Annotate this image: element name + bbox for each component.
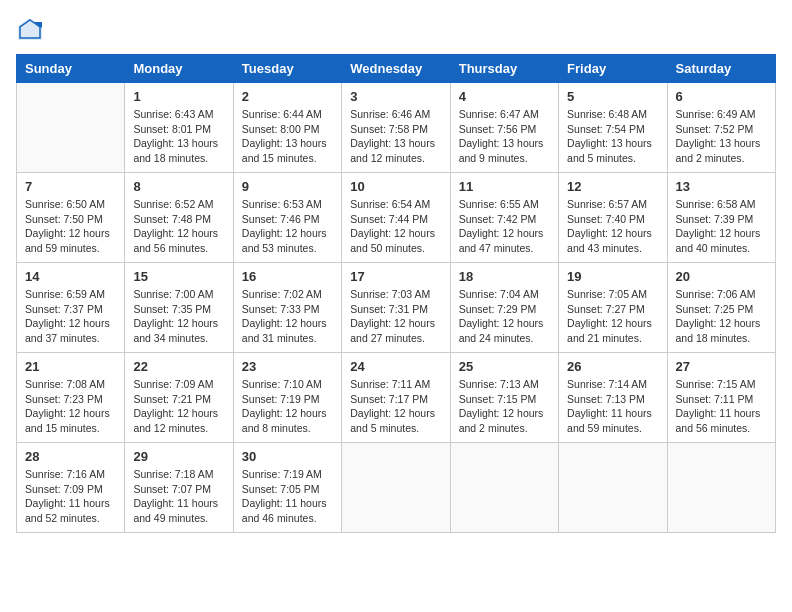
calendar-cell: 5Sunrise: 6:48 AM Sunset: 7:54 PM Daylig… <box>559 83 667 173</box>
day-number: 3 <box>350 89 441 104</box>
day-info: Sunrise: 7:13 AM Sunset: 7:15 PM Dayligh… <box>459 377 550 436</box>
calendar-cell <box>342 443 450 533</box>
calendar-table: SundayMondayTuesdayWednesdayThursdayFrid… <box>16 54 776 533</box>
calendar-cell: 11Sunrise: 6:55 AM Sunset: 7:42 PM Dayli… <box>450 173 558 263</box>
calendar-cell: 22Sunrise: 7:09 AM Sunset: 7:21 PM Dayli… <box>125 353 233 443</box>
day-info: Sunrise: 6:59 AM Sunset: 7:37 PM Dayligh… <box>25 287 116 346</box>
day-info: Sunrise: 7:04 AM Sunset: 7:29 PM Dayligh… <box>459 287 550 346</box>
day-number: 8 <box>133 179 224 194</box>
day-info: Sunrise: 7:00 AM Sunset: 7:35 PM Dayligh… <box>133 287 224 346</box>
calendar-cell: 3Sunrise: 6:46 AM Sunset: 7:58 PM Daylig… <box>342 83 450 173</box>
calendar-cell <box>450 443 558 533</box>
day-header-thursday: Thursday <box>450 55 558 83</box>
calendar-cell: 23Sunrise: 7:10 AM Sunset: 7:19 PM Dayli… <box>233 353 341 443</box>
day-info: Sunrise: 6:50 AM Sunset: 7:50 PM Dayligh… <box>25 197 116 256</box>
calendar-cell: 2Sunrise: 6:44 AM Sunset: 8:00 PM Daylig… <box>233 83 341 173</box>
day-number: 22 <box>133 359 224 374</box>
calendar-cell: 29Sunrise: 7:18 AM Sunset: 7:07 PM Dayli… <box>125 443 233 533</box>
calendar-cell: 18Sunrise: 7:04 AM Sunset: 7:29 PM Dayli… <box>450 263 558 353</box>
calendar-cell <box>559 443 667 533</box>
day-info: Sunrise: 7:06 AM Sunset: 7:25 PM Dayligh… <box>676 287 767 346</box>
day-number: 24 <box>350 359 441 374</box>
calendar-cell: 7Sunrise: 6:50 AM Sunset: 7:50 PM Daylig… <box>17 173 125 263</box>
day-number: 17 <box>350 269 441 284</box>
calendar-cell: 27Sunrise: 7:15 AM Sunset: 7:11 PM Dayli… <box>667 353 775 443</box>
day-info: Sunrise: 6:53 AM Sunset: 7:46 PM Dayligh… <box>242 197 333 256</box>
calendar-cell: 12Sunrise: 6:57 AM Sunset: 7:40 PM Dayli… <box>559 173 667 263</box>
calendar-cell: 28Sunrise: 7:16 AM Sunset: 7:09 PM Dayli… <box>17 443 125 533</box>
logo <box>16 16 48 44</box>
day-number: 16 <box>242 269 333 284</box>
calendar-cell: 17Sunrise: 7:03 AM Sunset: 7:31 PM Dayli… <box>342 263 450 353</box>
day-header-sunday: Sunday <box>17 55 125 83</box>
day-info: Sunrise: 7:11 AM Sunset: 7:17 PM Dayligh… <box>350 377 441 436</box>
calendar-cell: 25Sunrise: 7:13 AM Sunset: 7:15 PM Dayli… <box>450 353 558 443</box>
day-number: 23 <box>242 359 333 374</box>
day-info: Sunrise: 6:47 AM Sunset: 7:56 PM Dayligh… <box>459 107 550 166</box>
day-info: Sunrise: 6:43 AM Sunset: 8:01 PM Dayligh… <box>133 107 224 166</box>
day-number: 21 <box>25 359 116 374</box>
day-info: Sunrise: 7:19 AM Sunset: 7:05 PM Dayligh… <box>242 467 333 526</box>
day-info: Sunrise: 6:46 AM Sunset: 7:58 PM Dayligh… <box>350 107 441 166</box>
day-number: 13 <box>676 179 767 194</box>
calendar-cell: 16Sunrise: 7:02 AM Sunset: 7:33 PM Dayli… <box>233 263 341 353</box>
calendar-cell: 9Sunrise: 6:53 AM Sunset: 7:46 PM Daylig… <box>233 173 341 263</box>
day-number: 12 <box>567 179 658 194</box>
calendar-cell <box>17 83 125 173</box>
day-info: Sunrise: 6:58 AM Sunset: 7:39 PM Dayligh… <box>676 197 767 256</box>
calendar-week-row: 7Sunrise: 6:50 AM Sunset: 7:50 PM Daylig… <box>17 173 776 263</box>
day-info: Sunrise: 7:05 AM Sunset: 7:27 PM Dayligh… <box>567 287 658 346</box>
day-info: Sunrise: 7:10 AM Sunset: 7:19 PM Dayligh… <box>242 377 333 436</box>
calendar-cell: 26Sunrise: 7:14 AM Sunset: 7:13 PM Dayli… <box>559 353 667 443</box>
day-info: Sunrise: 7:16 AM Sunset: 7:09 PM Dayligh… <box>25 467 116 526</box>
day-header-wednesday: Wednesday <box>342 55 450 83</box>
calendar-cell: 8Sunrise: 6:52 AM Sunset: 7:48 PM Daylig… <box>125 173 233 263</box>
day-number: 19 <box>567 269 658 284</box>
day-info: Sunrise: 7:02 AM Sunset: 7:33 PM Dayligh… <box>242 287 333 346</box>
day-info: Sunrise: 6:44 AM Sunset: 8:00 PM Dayligh… <box>242 107 333 166</box>
calendar-cell: 4Sunrise: 6:47 AM Sunset: 7:56 PM Daylig… <box>450 83 558 173</box>
day-number: 6 <box>676 89 767 104</box>
calendar-cell: 24Sunrise: 7:11 AM Sunset: 7:17 PM Dayli… <box>342 353 450 443</box>
calendar-cell: 15Sunrise: 7:00 AM Sunset: 7:35 PM Dayli… <box>125 263 233 353</box>
calendar-cell: 10Sunrise: 6:54 AM Sunset: 7:44 PM Dayli… <box>342 173 450 263</box>
calendar-cell: 19Sunrise: 7:05 AM Sunset: 7:27 PM Dayli… <box>559 263 667 353</box>
day-number: 15 <box>133 269 224 284</box>
day-number: 5 <box>567 89 658 104</box>
calendar-cell <box>667 443 775 533</box>
day-number: 30 <box>242 449 333 464</box>
day-number: 11 <box>459 179 550 194</box>
calendar-week-row: 14Sunrise: 6:59 AM Sunset: 7:37 PM Dayli… <box>17 263 776 353</box>
day-info: Sunrise: 6:49 AM Sunset: 7:52 PM Dayligh… <box>676 107 767 166</box>
day-info: Sunrise: 7:18 AM Sunset: 7:07 PM Dayligh… <box>133 467 224 526</box>
calendar-header-row: SundayMondayTuesdayWednesdayThursdayFrid… <box>17 55 776 83</box>
day-number: 27 <box>676 359 767 374</box>
calendar-cell: 1Sunrise: 6:43 AM Sunset: 8:01 PM Daylig… <box>125 83 233 173</box>
day-info: Sunrise: 6:52 AM Sunset: 7:48 PM Dayligh… <box>133 197 224 256</box>
day-header-saturday: Saturday <box>667 55 775 83</box>
day-number: 1 <box>133 89 224 104</box>
day-number: 9 <box>242 179 333 194</box>
day-info: Sunrise: 6:57 AM Sunset: 7:40 PM Dayligh… <box>567 197 658 256</box>
calendar-cell: 30Sunrise: 7:19 AM Sunset: 7:05 PM Dayli… <box>233 443 341 533</box>
day-header-friday: Friday <box>559 55 667 83</box>
day-info: Sunrise: 7:14 AM Sunset: 7:13 PM Dayligh… <box>567 377 658 436</box>
day-number: 7 <box>25 179 116 194</box>
day-info: Sunrise: 7:15 AM Sunset: 7:11 PM Dayligh… <box>676 377 767 436</box>
logo-icon <box>16 16 44 44</box>
day-number: 25 <box>459 359 550 374</box>
calendar-cell: 6Sunrise: 6:49 AM Sunset: 7:52 PM Daylig… <box>667 83 775 173</box>
day-number: 4 <box>459 89 550 104</box>
page-header <box>16 16 776 44</box>
day-number: 29 <box>133 449 224 464</box>
calendar-cell: 20Sunrise: 7:06 AM Sunset: 7:25 PM Dayli… <box>667 263 775 353</box>
day-number: 28 <box>25 449 116 464</box>
day-info: Sunrise: 6:54 AM Sunset: 7:44 PM Dayligh… <box>350 197 441 256</box>
day-info: Sunrise: 6:55 AM Sunset: 7:42 PM Dayligh… <box>459 197 550 256</box>
day-header-tuesday: Tuesday <box>233 55 341 83</box>
day-number: 14 <box>25 269 116 284</box>
day-number: 2 <box>242 89 333 104</box>
calendar-cell: 13Sunrise: 6:58 AM Sunset: 7:39 PM Dayli… <box>667 173 775 263</box>
calendar-cell: 14Sunrise: 6:59 AM Sunset: 7:37 PM Dayli… <box>17 263 125 353</box>
calendar-week-row: 21Sunrise: 7:08 AM Sunset: 7:23 PM Dayli… <box>17 353 776 443</box>
